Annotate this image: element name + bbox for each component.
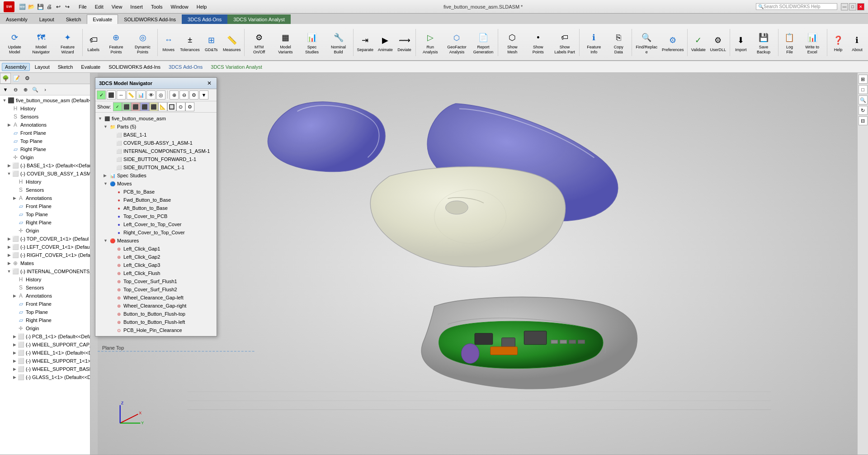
- deviate-btn[interactable]: ⟿ Deviate: [396, 32, 414, 54]
- separate-btn[interactable]: ⇥ Separate: [355, 32, 375, 54]
- section-view-btn[interactable]: ⊟: [859, 116, 868, 125]
- nav-root[interactable]: ▼ ⬛ five_button_mouse_asm: [97, 114, 215, 123]
- tree-wheel-cap[interactable]: ▶ ⬜ (-) WHEEL_SUPPORT_CAP_1<: [1, 341, 89, 349]
- about-btn[interactable]: ℹ About: [848, 32, 866, 54]
- tree-root[interactable]: ▼ ⬛ five_button_mouse_asm (Default<Dis: [1, 96, 89, 104]
- tree-right-cover[interactable]: ▶ ⬜ (-) RIGHT_COVER_1<1> (Defa: [1, 251, 89, 259]
- nav-show-sq8[interactable]: ⚙: [185, 102, 194, 111]
- nav-close-btn[interactable]: ✕: [206, 80, 213, 87]
- tab-sw-addins[interactable]: SOLIDWORKS Add-Ins: [118, 14, 182, 24]
- nav-m-flush[interactable]: ⊕ Left_Click_Flush: [97, 269, 215, 277]
- sw-addins-tab[interactable]: SOLIDWORKS Add-Ins: [105, 63, 164, 71]
- config-manager-tab[interactable]: ⚙: [22, 73, 33, 84]
- update-model-btn[interactable]: ⟳ Update Model: [2, 29, 28, 56]
- nav-spec-studies[interactable]: ▶ 📊 Spec Studies: [97, 171, 215, 180]
- assembly-tab[interactable]: Assembly: [2, 63, 30, 71]
- gdt-btn[interactable]: ⊞ GD&Ts: [202, 32, 220, 54]
- tree-annotations[interactable]: ▶ A Annotations: [1, 121, 89, 129]
- nav-part-cover[interactable]: ⬜ COVER_SUB-ASSY_1_ASM-1: [97, 139, 215, 147]
- sketch-tab[interactable]: Sketch: [55, 63, 76, 71]
- tree-right-plane3[interactable]: ▱ Right Plane: [1, 316, 89, 324]
- tab-3dcs-addons[interactable]: 3DCS Add-Ons: [182, 14, 227, 24]
- tree-front-plane3[interactable]: ▱ Front Plane: [1, 300, 89, 308]
- open-btn[interactable]: 📂: [27, 3, 35, 11]
- nav-m-gap3[interactable]: ⊕ Left_Click_Gap3: [97, 261, 215, 269]
- nav-move-aft[interactable]: ● Aft_Button_to_Base: [97, 204, 215, 212]
- print-btn[interactable]: 🖨: [45, 3, 53, 11]
- tree-history2[interactable]: H History: [1, 178, 89, 186]
- property-manager-tab[interactable]: 📝: [11, 73, 22, 84]
- dynamic-points-btn[interactable]: ◎ Dynamic Points: [130, 29, 156, 56]
- menu-edit[interactable]: Edit: [91, 3, 107, 10]
- close-btn[interactable]: ✕: [857, 3, 864, 10]
- menu-insert[interactable]: Insert: [127, 3, 146, 10]
- menu-tools[interactable]: Tools: [147, 3, 166, 10]
- nav-isolate-btn[interactable]: ◎: [156, 90, 165, 100]
- moves-btn[interactable]: ↔ Moves: [160, 32, 178, 54]
- tree-top-plane3[interactable]: ▱ Top Plane: [1, 308, 89, 316]
- nav-m-surf1[interactable]: ⊕ Top_Cover_Surf_Flush1: [97, 277, 215, 285]
- collapse-btn[interactable]: ⊖: [11, 85, 20, 94]
- tree-top-cover[interactable]: ▶ ⬜ (-) TOP_COVER_1<1> (Defaul: [1, 235, 89, 243]
- tree-history3[interactable]: H History: [1, 275, 89, 284]
- 3dcs-addons-tab[interactable]: 3DCS Add-Ons: [165, 63, 206, 71]
- tree-wheel-support[interactable]: ▶ ⬜ (-) WHEEL_SUPPORT_1<1> (D: [1, 357, 89, 365]
- feature-info-btn[interactable]: ℹ Feature Info: [581, 29, 606, 56]
- nav-spec-btn[interactable]: 📊: [137, 90, 146, 100]
- nav-show-sq1[interactable]: ⬛: [122, 102, 131, 111]
- help-btn[interactable]: ❓ Help: [829, 32, 847, 54]
- write-excel-btn[interactable]: 📊 Write to Excel: [799, 29, 825, 56]
- tree-internal-comp[interactable]: ▼ ⬜ (-) INTERNAL_COMPONENTS_1_A: [1, 267, 89, 275]
- nav-m-surf2[interactable]: ⊕ Top_Cover_Surf_Flush2: [97, 285, 215, 294]
- nav-measures-btn[interactable]: 📏: [127, 90, 136, 100]
- tree-annotations2[interactable]: ▶ A Annotations: [1, 194, 89, 202]
- find-replace-btn[interactable]: 🔍 Find/Replace: [634, 29, 660, 56]
- nav-parts-btn[interactable]: ⬛: [107, 90, 116, 100]
- filter-btn[interactable]: ▼: [1, 85, 10, 94]
- tree-sensors2[interactable]: S Sensors: [1, 186, 89, 194]
- nav-expand-btn[interactable]: ⊕: [170, 90, 179, 100]
- nav-measures[interactable]: ▼ 🔴 Measures: [97, 237, 215, 245]
- tree-origin3[interactable]: ✛ Origin: [1, 324, 89, 332]
- nav-collapse-btn[interactable]: ⊖: [179, 90, 189, 100]
- feature-tree-tab[interactable]: 🌳: [0, 73, 11, 84]
- viewport[interactable]: Plane Top: [90, 73, 868, 455]
- nav-m-btn-left[interactable]: ⊕ Button_to_Button_Flush-left: [97, 318, 215, 326]
- tree-pcb[interactable]: ▶ ⬜ (-) PCB_1<1> (Default<<Defa: [1, 332, 89, 341]
- tab-3dcs-analyst[interactable]: 3DCS Variation Analyst: [227, 14, 291, 24]
- show-labels-part-btn[interactable]: 🏷 Show Labels Part: [552, 29, 578, 56]
- report-gen-btn[interactable]: 📄 Report Generation: [471, 29, 496, 56]
- userdll-btn[interactable]: ⚙ UserDLL: [708, 32, 728, 54]
- nav-title-bar[interactable]: 3DCS Model Navigator ✕: [95, 78, 217, 89]
- preferences-btn[interactable]: ⚙ Preferences: [660, 32, 685, 54]
- nav-part-internal[interactable]: ⬜ INTERNAL_COMPONENTS_1_ASM-1: [97, 147, 215, 155]
- tree-sensors3[interactable]: S Sensors: [1, 284, 89, 292]
- mtm-onoff-btn[interactable]: ⚙ MTM On/Off: [246, 29, 272, 56]
- import-btn[interactable]: ⬇ Import: [732, 32, 750, 54]
- nav-show-sq6[interactable]: 🔲: [167, 102, 176, 111]
- tree-origin[interactable]: ✛ Origin: [1, 153, 89, 161]
- animate-btn[interactable]: ▶ Animate: [376, 32, 395, 54]
- tree-front-plane[interactable]: ▱ Front Plane: [1, 129, 89, 137]
- scroll-right-btn[interactable]: ›: [41, 85, 50, 94]
- layout-tab[interactable]: Layout: [32, 63, 53, 71]
- tree-top-plane[interactable]: ▱ Top Plane: [1, 137, 89, 145]
- nav-m-btn-top[interactable]: ⊕ Button_to_Button_Flush-top: [97, 310, 215, 318]
- nav-part-base[interactable]: ⬜ BASE_1-1: [97, 131, 215, 139]
- tree-right-plane[interactable]: ▱ Right Plane: [1, 145, 89, 153]
- nav-part-side-back[interactable]: ⬜ SIDE_BUTTON_BACK_1-1: [97, 163, 215, 171]
- evaluate-tab[interactable]: Evaluate: [78, 63, 104, 71]
- nav-move-left-cover[interactable]: ● Left_Cover_to_Top_Cover: [97, 220, 215, 228]
- nav-m-wheel-left[interactable]: ⊕ Wheel_Clearance_Gap-left: [97, 294, 215, 302]
- nav-show-sq3[interactable]: ⬛: [140, 102, 149, 111]
- model-navigator-btn[interactable]: 🗺 Model Navigator: [28, 29, 54, 56]
- nominal-build-btn[interactable]: 🔧 Nominal Build: [326, 29, 351, 56]
- tree-right-plane2[interactable]: ▱ Right Plane: [1, 218, 89, 227]
- nav-show-green[interactable]: ✓: [113, 102, 122, 111]
- tree-mates[interactable]: ▶ ⊕ Mates: [1, 259, 89, 267]
- zoom-btn[interactable]: 🔍: [859, 95, 868, 104]
- tree-origin2[interactable]: ✛ Origin: [1, 227, 89, 235]
- rotate-btn[interactable]: ↻: [859, 106, 868, 115]
- new-btn[interactable]: 🆕: [18, 3, 26, 11]
- tab-sketch[interactable]: Sketch: [60, 14, 87, 24]
